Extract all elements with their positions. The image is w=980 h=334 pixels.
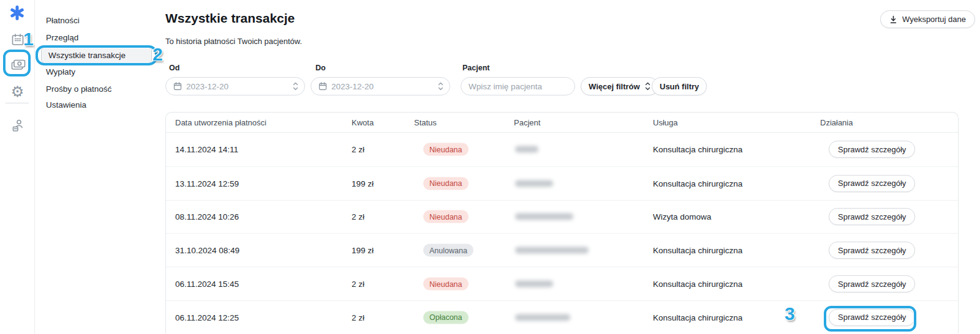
clear-filters-button[interactable]: Usuń filtry [652,77,707,95]
filter-from-label: Od [169,64,179,72]
check-details-button[interactable]: Sprawdź szczegóły [829,175,915,192]
download-icon [889,15,897,24]
table-row: 31.10.2024 08:49 199 zł Anulowana Konsul… [166,233,958,267]
filter-patient-label: Pacjent [462,64,489,72]
annotation-step-2: 2 [153,44,163,65]
stepper-updown-icon[interactable] [438,81,443,91]
date-to-input[interactable] [311,77,450,95]
app-logo-icon[interactable] [7,3,27,23]
calendar-icon [173,82,182,91]
status-badge: Anulowana [423,244,473,257]
patient-name-blurred [515,213,573,220]
icon-rail: ⚙ 1 [0,0,35,334]
column-header-service: Usługa [653,118,677,127]
service-name: Konsultacja chirurgiczna [653,313,742,322]
check-details-button[interactable]: Sprawdź szczegóły [829,275,915,292]
payment-date: 13.11.2024 12:59 [175,179,239,188]
rail-divider [6,103,29,103]
status-badge: Nieudana [423,143,469,156]
status-badge: Nieudana [423,210,469,223]
menu-item-platnosci[interactable]: Płatności [46,16,80,25]
page-subtitle: To historia płatności Twoich pacjentów. [165,37,302,46]
column-header-date: Data utworzenia płatności [175,118,266,127]
patient-name-blurred [515,247,589,254]
page-title: Wszystkie transakcje [165,11,295,26]
payment-amount: 2 zł [352,313,364,322]
check-details-button[interactable]: Sprawdź szczegóły [829,208,915,225]
settings-gear-icon[interactable]: ⚙ [9,83,26,100]
annotation-step-1: 1 [23,29,34,50]
export-data-button[interactable]: Wyeksportuj dane [880,10,975,28]
payment-amount: 199 zł [352,179,374,188]
service-name: Konsultacja chirurgiczna [653,246,742,255]
service-name: Konsultacja chirurgiczna [653,280,742,289]
check-details-button[interactable]: Sprawdź szczegóły [829,309,915,326]
payment-amount: 2 zł [352,145,364,154]
patient-search-input[interactable] [469,82,568,91]
date-to-value[interactable] [331,82,434,91]
payments-nav-icon[interactable] [10,56,26,73]
patient-name-blurred [515,314,570,321]
payment-amount: 199 zł [352,246,374,255]
account-nav-icon[interactable] [9,117,26,133]
payments-transactions-page: ⚙ 1 Płatności Przegląd Wszystkie transak… [0,0,980,334]
calendar-icon [318,82,327,91]
patient-name-blurred [515,281,553,288]
table-row: 14.11.2024 14:11 2 zł Nieudana Konsultac… [166,133,958,166]
status-badge: Nieudana [423,177,469,190]
date-from-value[interactable] [186,82,288,91]
check-details-button[interactable]: Sprawdź szczegóły [829,141,915,158]
payment-date: 06.11.2024 12:25 [175,313,239,322]
annotation-step-3: 3 [785,303,795,324]
stepper-updown-icon[interactable] [293,81,298,91]
chevron-updown-icon [645,81,650,91]
filter-to-label: Do [315,64,326,72]
payment-date: 14.11.2024 14:11 [175,145,238,154]
table-row: 13.11.2024 12:59 199 zł Nieudana Konsult… [166,166,958,200]
payment-amount: 2 zł [352,280,364,289]
menu-item-przeglad[interactable]: Przegląd [46,33,78,42]
column-header-status: Status [414,118,437,127]
column-header-patient: Pacjent [514,118,540,127]
menu-item-prosby-o-platnosc[interactable]: Prośby o płatność [46,84,111,94]
table-header-row: Data utworzenia płatności Kwota Status P… [166,113,958,133]
date-from-input[interactable] [165,77,305,95]
payment-date: 06.11.2024 15:45 [175,280,239,289]
transactions-table: Data utworzenia płatności Kwota Status P… [165,112,959,333]
patient-search-input-wrap[interactable] [461,77,575,95]
status-badge: Opłacona [423,311,469,324]
table-row: 08.11.2024 10:26 2 zł Nieudana Wizyta do… [166,200,958,234]
column-header-actions: Działania [820,118,853,127]
service-name: Konsultacja chirurgiczna [653,145,742,154]
menu-item-wszystkie-transakcje-active[interactable]: Wszystkie transakcje [41,47,152,63]
check-details-button[interactable]: Sprawdź szczegóły [829,242,915,259]
payment-date: 08.11.2024 10:26 [175,212,239,221]
service-name: Konsultacja chirurgiczna [653,179,742,188]
table-row: 06.11.2024 15:45 2 zł Nieudana Konsultac… [166,267,958,300]
patient-name-blurred [515,146,538,153]
payment-amount: 2 zł [352,212,364,221]
status-badge: Nieudana [423,278,469,291]
menu-item-ustawienia[interactable]: Ustawienia [46,100,86,109]
service-name: Wizyta domowa [653,212,711,221]
patient-name-blurred [515,180,553,187]
menu-item-wyplaty[interactable]: Wypłaty [46,67,75,76]
more-filters-button[interactable]: Więcej filtrów [581,77,658,95]
table-row: 06.11.2024 12:25 2 zł Opłacona Konsultac… [166,300,958,333]
payment-date: 31.10.2024 08:49 [175,246,239,255]
column-header-amount: Kwota [352,118,374,127]
